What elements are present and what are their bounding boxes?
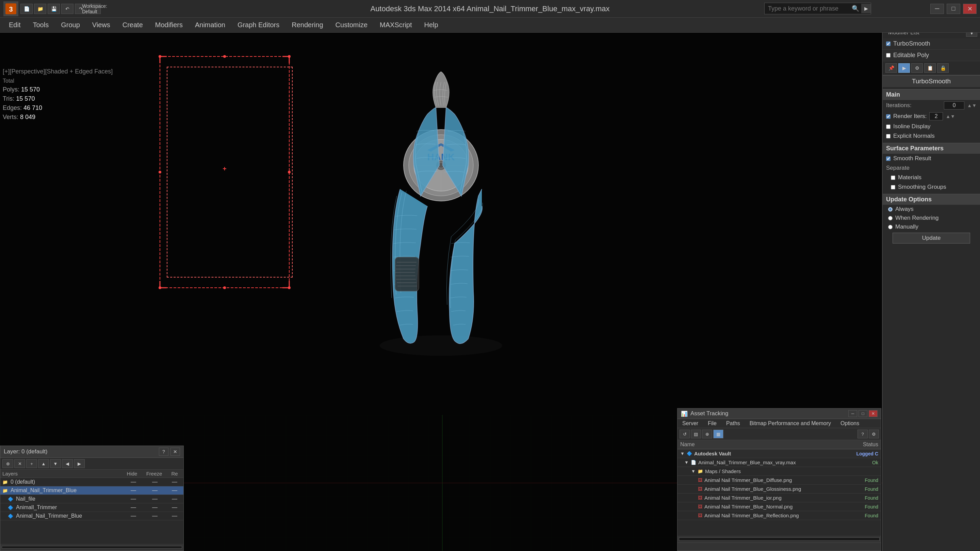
layer-tool-5[interactable]: ◀ xyxy=(62,459,73,468)
asset-menu-options[interactable]: Options xyxy=(836,419,864,428)
asset-tool-1[interactable]: ↺ xyxy=(679,430,690,438)
save-btn[interactable]: 💾 xyxy=(48,4,60,14)
menu-edit[interactable]: Edit xyxy=(3,19,27,31)
radio-when-rendering-input[interactable] xyxy=(888,216,892,221)
search-icon: 🔍 xyxy=(850,5,861,12)
asset-reflection-status: Found xyxy=(837,513,878,518)
polys-value: 15 570 xyxy=(21,86,40,93)
asset-row-diffuse[interactable]: 🖼 Animal Nail Trimmer_Blue_Diffuse.png F… xyxy=(678,476,881,485)
layer-tool-up[interactable]: ▲ xyxy=(38,459,49,468)
rp-tool-5[interactable]: 🔒 xyxy=(937,63,949,73)
asset-row-maps[interactable]: ▼ 📁 Maps / Shaders xyxy=(678,467,881,476)
asset-tool-4[interactable]: ▦ xyxy=(713,430,724,438)
menu-maxscript[interactable]: MAXScript xyxy=(374,19,418,31)
asset-row-max[interactable]: ▼ 📄 Animal_Nail_Trimmer_Blue_max_vray.ma… xyxy=(678,458,881,467)
modifier-checkbox-1[interactable] xyxy=(886,41,891,46)
edges-label: Edges: xyxy=(3,105,22,111)
layer-close-btn[interactable]: ✕ xyxy=(170,448,180,456)
asset-reflection-name: Animal Nail Trimmer_Blue_Reflection.png xyxy=(705,513,835,518)
layer-tool-add[interactable]: ⊕ xyxy=(2,459,13,468)
iterations-spinner[interactable]: ▲▼ xyxy=(967,103,977,108)
smoothing-groups-row: Smoothing Groups xyxy=(883,182,980,192)
render-iters-spinner[interactable]: ▲▼ xyxy=(946,114,955,119)
modifier-turboslide[interactable]: TurboSmooth xyxy=(883,38,980,50)
modifier-editablepoly[interactable]: Editable Poly xyxy=(883,50,980,61)
smooth-result-checkbox[interactable] xyxy=(886,156,891,161)
search-input[interactable] xyxy=(765,5,850,12)
asset-row-glossiness[interactable]: 🖼 Animal Nail Trimmer_Blue_Glossiness.pn… xyxy=(678,485,881,494)
search-btn[interactable]: ▶ xyxy=(861,4,871,13)
smoothing-groups-checkbox[interactable] xyxy=(891,185,895,189)
selection-corners xyxy=(156,53,293,291)
render-iters-checkbox[interactable] xyxy=(886,114,891,119)
minimize-btn[interactable]: ─ xyxy=(930,4,944,14)
layer-row-2[interactable]: 🔷 Nail_file — — — xyxy=(0,495,183,503)
asset-tool-3[interactable]: ⊕ xyxy=(702,430,712,438)
rp-tool-2[interactable]: ▶ xyxy=(898,63,910,73)
asset-tool-help[interactable]: ? xyxy=(858,430,868,438)
layer-row-0[interactable]: 📁 0 (default) — — — xyxy=(0,478,183,486)
asset-close-btn[interactable]: ✕ xyxy=(869,410,878,417)
layer-hide-2: — xyxy=(125,496,142,502)
asset-scrollbar-h[interactable] xyxy=(678,536,881,543)
layer-scrollbar-track[interactable] xyxy=(2,546,182,549)
menu-graph-editors[interactable]: Graph Editors xyxy=(231,19,285,31)
workspace-btn[interactable]: Workspace: Default xyxy=(89,4,101,14)
menu-modifiers[interactable]: Modifiers xyxy=(149,19,189,31)
rp-tool-3[interactable]: ⚙ xyxy=(911,63,923,73)
isoline-checkbox[interactable] xyxy=(886,124,891,129)
asset-menu-file[interactable]: File xyxy=(703,419,721,428)
layer-tool-down[interactable]: ▼ xyxy=(50,459,61,468)
asset-row-vault[interactable]: ▼ 🔷 Autodesk Vault Logged C xyxy=(678,449,881,458)
asset-menu-bitmap[interactable]: Bitmap Performance and Memory xyxy=(745,419,836,428)
asset-minimize-btn[interactable]: ─ xyxy=(848,410,857,417)
layer-render-4: — xyxy=(168,513,181,519)
asset-menu-paths[interactable]: Paths xyxy=(721,419,745,428)
restore-btn[interactable]: □ xyxy=(947,4,960,14)
layer-tool-6[interactable]: ▶ xyxy=(74,459,85,468)
asset-scrollbar-track[interactable] xyxy=(679,537,880,541)
open-btn[interactable]: 📁 xyxy=(34,4,46,14)
new-btn[interactable]: 📄 xyxy=(21,4,33,14)
always-label: Always xyxy=(895,206,914,213)
asset-row-reflection[interactable]: 🖼 Animal Nail Trimmer_Blue_Reflection.pn… xyxy=(678,511,881,520)
layer-help-btn[interactable]: ? xyxy=(159,448,169,456)
asset-row-ior[interactable]: 🖼 Animal Nail Trimmer_Blue_ior.png Found xyxy=(678,494,881,502)
render-iters-input[interactable] xyxy=(929,112,943,121)
layer-tool-delete[interactable]: ✕ xyxy=(14,459,25,468)
right-panel: 📌 ⚙ 📋 🔒 ▼ Modifier List ▼ TurboSmooth Ed… xyxy=(882,0,980,551)
layer-scrollbar-h[interactable] xyxy=(0,544,183,551)
menu-group[interactable]: Group xyxy=(55,19,86,31)
layer-panel-title: Layer: 0 (default) xyxy=(4,448,48,455)
modifier-checkbox-2[interactable] xyxy=(886,53,891,57)
close-btn[interactable]: ✕ xyxy=(963,4,977,14)
radio-always-input[interactable] xyxy=(888,207,892,211)
iterations-input[interactable] xyxy=(944,102,964,110)
verts-value: 8 049 xyxy=(20,114,35,121)
layer-row-1[interactable]: 📁 Animal_Nail_Trimmer_Blue — — — xyxy=(0,486,183,495)
materials-checkbox[interactable] xyxy=(891,176,895,180)
asset-tool-settings[interactable]: ⚙ xyxy=(869,430,879,438)
asset-tool-2[interactable]: ▤ xyxy=(691,430,701,438)
toolbar-icons: 📄 📁 💾 ↶ ↷ Workspace: Default xyxy=(21,4,101,14)
menu-customize[interactable]: Customize xyxy=(329,19,374,31)
radio-manually-input[interactable] xyxy=(888,225,892,229)
menu-views[interactable]: Views xyxy=(86,19,116,31)
menu-rendering[interactable]: Rendering xyxy=(285,19,329,31)
menu-help[interactable]: Help xyxy=(418,19,444,31)
layer-tool-add2[interactable]: + xyxy=(26,459,37,468)
undo-btn[interactable]: ↶ xyxy=(61,4,73,14)
update-btn[interactable]: Update xyxy=(892,233,970,243)
rp-tool-4[interactable]: 📋 xyxy=(924,63,936,73)
asset-icon: 📊 xyxy=(681,411,688,417)
rp-tool-1[interactable]: 📌 xyxy=(885,63,897,73)
explicit-normals-checkbox[interactable] xyxy=(886,134,891,138)
asset-row-normal[interactable]: 🖼 Animal Nail Trimmer_Blue_Normal.png Fo… xyxy=(678,502,881,511)
menu-tools[interactable]: Tools xyxy=(27,19,55,31)
menu-create[interactable]: Create xyxy=(116,19,149,31)
layer-row-4[interactable]: 🔷 Animal_Nail_Trimmer_Blue — — — xyxy=(0,512,183,520)
menu-animation[interactable]: Animation xyxy=(189,19,231,31)
asset-restore-btn[interactable]: □ xyxy=(859,410,867,417)
layer-row-3[interactable]: 🔷 Animall_Trimmer — — — xyxy=(0,503,183,512)
asset-menu-server[interactable]: Server xyxy=(678,419,703,428)
